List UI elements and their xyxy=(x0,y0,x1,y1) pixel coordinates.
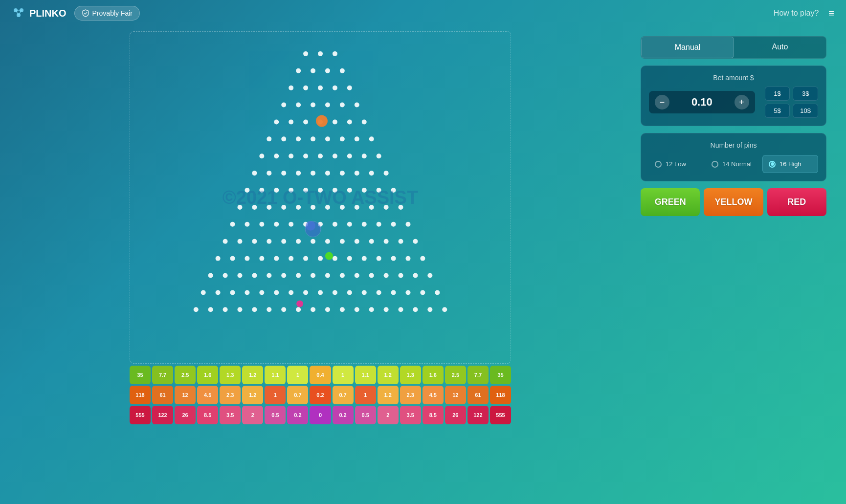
board-container: ©2021 O-TWO ASSIST xyxy=(130,31,511,364)
quick-bet-3[interactable]: 3$ xyxy=(793,87,818,101)
svg-point-104 xyxy=(369,239,374,244)
pins-option-12low[interactable]: 12 Low xyxy=(649,155,704,173)
mult-cell: 0.2 xyxy=(287,406,308,424)
red-button[interactable]: RED xyxy=(767,188,826,216)
svg-point-46 xyxy=(362,153,367,158)
svg-point-160 xyxy=(252,307,257,312)
svg-point-100 xyxy=(311,239,315,244)
how-to-play-link[interactable]: How to play? xyxy=(774,9,819,18)
svg-point-89 xyxy=(347,222,352,227)
svg-point-119 xyxy=(377,256,381,261)
svg-point-145 xyxy=(289,290,293,295)
svg-point-163 xyxy=(296,307,301,312)
mult-cell: 7.7 xyxy=(152,366,173,384)
svg-point-167 xyxy=(355,307,359,312)
mult-cell: 1.3 xyxy=(220,366,241,384)
svg-point-47 xyxy=(377,153,381,158)
bet-controls: − 0.10 + 1$ 3$ 5$ 10$ xyxy=(649,87,818,118)
svg-point-81 xyxy=(230,222,235,227)
quick-bet-10[interactable]: 10$ xyxy=(793,104,818,118)
svg-point-92 xyxy=(391,222,396,227)
tab-auto[interactable]: Auto xyxy=(734,37,826,58)
svg-point-39 xyxy=(259,153,264,158)
svg-point-95 xyxy=(238,239,243,244)
svg-point-53 xyxy=(325,171,330,175)
logo-icon xyxy=(12,6,25,20)
green-button[interactable]: GREEN xyxy=(641,188,700,216)
svg-point-66 xyxy=(362,188,367,193)
provably-fair-button[interactable]: Provably Fair xyxy=(74,6,140,21)
svg-point-94 xyxy=(223,239,228,244)
svg-point-127 xyxy=(267,273,271,278)
header: PLINKO Provably Fair How to play? ≡ xyxy=(0,0,846,26)
svg-point-103 xyxy=(355,239,359,244)
bet-label: Bet amount $ xyxy=(649,74,818,82)
mult-cell: 26 xyxy=(175,406,196,424)
svg-point-8 xyxy=(333,51,337,56)
svg-point-10 xyxy=(311,68,315,73)
svg-point-108 xyxy=(216,256,221,261)
svg-point-33 xyxy=(296,136,301,141)
svg-point-93 xyxy=(405,222,410,227)
svg-point-12 xyxy=(340,68,345,73)
menu-icon[interactable]: ≡ xyxy=(828,8,834,19)
svg-point-150 xyxy=(362,290,367,295)
svg-point-80 xyxy=(399,205,403,210)
mult-cell: 8.5 xyxy=(197,406,218,424)
radio-12low xyxy=(655,161,662,168)
svg-point-99 xyxy=(296,239,301,244)
pins-option-14normal[interactable]: 14 Normal xyxy=(706,155,760,173)
mult-cell: 3.5 xyxy=(220,406,241,424)
header-right: How to play? ≡ xyxy=(774,8,834,19)
mult-cell: 2.3 xyxy=(220,386,241,404)
svg-point-123 xyxy=(208,273,213,278)
bet-panel: Bet amount $ − 0.10 + 1$ 3$ 5$ 10$ xyxy=(641,66,826,126)
bet-decrease-button[interactable]: − xyxy=(655,95,669,110)
quick-bet-1[interactable]: 1$ xyxy=(765,87,790,101)
mult-cell: 1.6 xyxy=(197,366,218,384)
svg-point-114 xyxy=(303,256,308,261)
svg-point-60 xyxy=(274,188,279,193)
mult-cell: 1.1 xyxy=(265,366,286,384)
mult-cell: 4.5 xyxy=(423,386,444,404)
mult-cell: 0.5 xyxy=(265,406,286,424)
svg-point-72 xyxy=(281,205,286,210)
quick-bet-5[interactable]: 5$ xyxy=(765,104,790,118)
svg-point-77 xyxy=(355,205,359,210)
svg-point-54 xyxy=(340,171,345,175)
pins-option-16high[interactable]: 16 High xyxy=(762,155,818,173)
svg-point-63 xyxy=(318,188,323,193)
mult-cell: 0.5 xyxy=(355,406,376,424)
bet-increase-button[interactable]: + xyxy=(735,95,749,110)
svg-point-62 xyxy=(303,188,308,193)
svg-point-82 xyxy=(245,222,249,227)
svg-point-71 xyxy=(267,205,271,210)
svg-point-48 xyxy=(252,171,257,175)
svg-point-147 xyxy=(318,290,323,295)
multiplier-row-2: 118 61 12 4.5 2.3 1.2 1 0.7 0.2 0.7 1 1.… xyxy=(130,386,511,404)
svg-point-90 xyxy=(362,222,367,227)
svg-point-112 xyxy=(274,256,279,261)
color-buttons: GREEN YELLOW RED xyxy=(641,188,826,216)
yellow-button[interactable]: YELLOW xyxy=(704,188,763,216)
pins-canvas xyxy=(130,32,511,363)
svg-point-76 xyxy=(340,205,345,210)
provably-fair-label: Provably Fair xyxy=(92,9,133,17)
svg-point-69 xyxy=(238,205,243,210)
mult-cell: 1.2 xyxy=(242,386,263,404)
svg-point-118 xyxy=(362,256,367,261)
svg-point-165 xyxy=(325,307,330,312)
svg-point-115 xyxy=(318,256,323,261)
mult-cell: 7.7 xyxy=(468,366,489,384)
svg-point-117 xyxy=(347,256,352,261)
svg-point-144 xyxy=(274,290,279,295)
logo: PLINKO xyxy=(12,6,67,20)
svg-point-38 xyxy=(369,136,374,141)
mult-cell: 1.1 xyxy=(355,366,376,384)
svg-point-36 xyxy=(340,136,345,141)
svg-point-126 xyxy=(252,273,257,278)
tab-manual[interactable]: Manual xyxy=(641,37,734,58)
svg-point-166 xyxy=(340,307,345,312)
svg-point-139 xyxy=(201,290,206,295)
svg-point-121 xyxy=(405,256,410,261)
